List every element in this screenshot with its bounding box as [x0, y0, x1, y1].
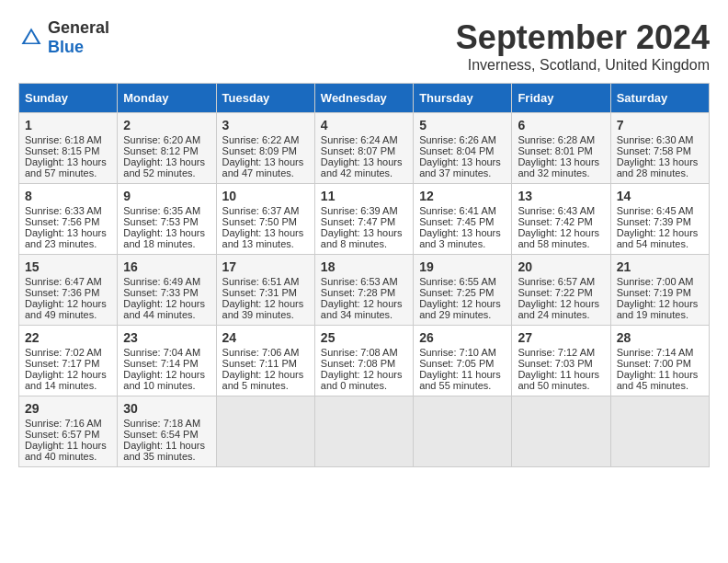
calendar-cell: 5Sunrise: 6:26 AMSunset: 8:04 PMDaylight… [414, 113, 512, 184]
cell-text: Sunset: 7:17 PM [25, 358, 111, 369]
cell-text: Sunset: 7:33 PM [123, 287, 210, 298]
calendar-cell: 1Sunrise: 6:18 AMSunset: 8:15 PMDaylight… [19, 113, 118, 184]
header-friday: Friday [512, 84, 610, 113]
day-number: 26 [419, 330, 506, 345]
calendar-cell: 2Sunrise: 6:20 AMSunset: 8:12 PMDaylight… [118, 113, 216, 184]
cell-text: Sunset: 7:08 PM [321, 358, 407, 369]
cell-text: and 29 minutes. [419, 309, 506, 320]
cell-text: Daylight: 12 hours [617, 298, 703, 309]
cell-text: Sunset: 7:39 PM [617, 216, 703, 227]
cell-text: and 24 minutes. [518, 309, 604, 320]
cell-text: and 58 minutes. [518, 238, 604, 249]
cell-text: and 52 minutes. [123, 167, 210, 178]
page-header: General Blue September 2024 Inverness, S… [18, 18, 710, 74]
cell-text: and 45 minutes. [617, 380, 703, 391]
day-number: 11 [321, 189, 407, 203]
cell-text: Daylight: 12 hours [518, 298, 604, 309]
cell-text: and 37 minutes. [419, 167, 506, 178]
cell-text: Sunset: 7:03 PM [518, 358, 604, 369]
calendar-cell: 9Sunrise: 6:35 AMSunset: 7:53 PMDaylight… [118, 184, 216, 255]
cell-text: and 3 minutes. [419, 238, 506, 249]
cell-text: and 49 minutes. [25, 309, 111, 320]
cell-text: Daylight: 13 hours [321, 156, 407, 167]
cell-text: Daylight: 12 hours [25, 369, 111, 380]
day-number: 23 [123, 330, 210, 345]
cell-text: Daylight: 13 hours [222, 227, 309, 238]
logo-blue: Blue [48, 38, 84, 56]
day-number: 4 [321, 118, 407, 132]
day-number: 25 [321, 330, 407, 345]
cell-text: Sunset: 7:50 PM [222, 216, 309, 227]
cell-text: Sunrise: 7:16 AM [25, 418, 111, 429]
calendar-cell: 19Sunrise: 6:55 AMSunset: 7:25 PMDayligh… [414, 255, 512, 326]
cell-text: Sunrise: 6:35 AM [123, 205, 210, 216]
calendar-cell [610, 396, 709, 467]
day-number: 21 [617, 259, 703, 274]
calendar-cell [314, 396, 413, 467]
cell-text: Daylight: 13 hours [123, 227, 210, 238]
cell-text: and 19 minutes. [617, 309, 703, 320]
calendar-cell: 22Sunrise: 7:02 AMSunset: 7:17 PMDayligh… [19, 326, 118, 396]
cell-text: Sunrise: 6:26 AM [419, 134, 506, 145]
cell-text: and 13 minutes. [222, 238, 309, 249]
cell-text: Sunset: 7:31 PM [222, 287, 309, 298]
cell-text: Sunrise: 7:10 AM [419, 347, 506, 358]
calendar-cell [414, 396, 512, 467]
cell-text: and 57 minutes. [25, 167, 111, 178]
cell-text: Sunrise: 6:24 AM [321, 134, 407, 145]
day-number: 2 [123, 118, 210, 132]
cell-text: Sunset: 7:53 PM [123, 216, 210, 227]
subtitle: Inverness, Scotland, United Kingdom [456, 57, 710, 74]
cell-text: Sunrise: 6:20 AM [123, 134, 210, 145]
cell-text: and 5 minutes. [222, 380, 309, 391]
cell-text: Daylight: 13 hours [123, 156, 210, 167]
logo-icon [18, 25, 44, 51]
day-number: 3 [222, 118, 309, 132]
day-number: 15 [25, 259, 111, 274]
cell-text: Daylight: 13 hours [25, 227, 111, 238]
cell-text: Sunset: 7:25 PM [419, 287, 506, 298]
cell-text: Daylight: 12 hours [25, 298, 111, 309]
cell-text: Daylight: 13 hours [518, 156, 604, 167]
cell-text: Daylight: 13 hours [321, 227, 407, 238]
day-number: 5 [419, 118, 506, 132]
cell-text: Daylight: 12 hours [419, 298, 506, 309]
cell-text: Sunset: 7:56 PM [25, 216, 111, 227]
calendar-cell: 10Sunrise: 6:37 AMSunset: 7:50 PMDayligh… [216, 184, 314, 255]
cell-text: Sunrise: 6:43 AM [518, 205, 604, 216]
cell-text: Daylight: 12 hours [321, 369, 407, 380]
logo: General Blue [18, 18, 109, 57]
cell-text: Daylight: 11 hours [419, 369, 506, 380]
cell-text: and 14 minutes. [25, 380, 111, 391]
cell-text: and 54 minutes. [617, 238, 703, 249]
header-saturday: Saturday [610, 84, 709, 113]
cell-text: Daylight: 12 hours [222, 298, 309, 309]
week-row-4: 22Sunrise: 7:02 AMSunset: 7:17 PMDayligh… [19, 326, 710, 396]
cell-text: Sunset: 7:47 PM [321, 216, 407, 227]
cell-text: and 32 minutes. [518, 167, 604, 178]
cell-text: and 44 minutes. [123, 309, 210, 320]
calendar-cell [216, 396, 314, 467]
cell-text: Sunrise: 6:41 AM [419, 205, 506, 216]
cell-text: and 47 minutes. [222, 167, 309, 178]
cell-text: Sunset: 8:01 PM [518, 145, 604, 156]
calendar-cell [512, 396, 610, 467]
calendar-cell: 26Sunrise: 7:10 AMSunset: 7:05 PMDayligh… [414, 326, 512, 396]
day-number: 28 [617, 330, 703, 345]
cell-text: Sunset: 7:36 PM [25, 287, 111, 298]
cell-text: Sunset: 7:28 PM [321, 287, 407, 298]
cell-text: Sunset: 7:58 PM [617, 145, 703, 156]
day-number: 30 [123, 401, 210, 416]
calendar-cell: 4Sunrise: 6:24 AMSunset: 8:07 PMDaylight… [314, 113, 413, 184]
header-thursday: Thursday [414, 84, 512, 113]
cell-text: Daylight: 11 hours [25, 440, 111, 451]
cell-text: Sunset: 7:19 PM [617, 287, 703, 298]
cell-text: Sunset: 7:14 PM [123, 358, 210, 369]
cell-text: Daylight: 11 hours [123, 440, 210, 451]
week-row-3: 15Sunrise: 6:47 AMSunset: 7:36 PMDayligh… [19, 255, 710, 326]
cell-text: Sunrise: 7:02 AM [25, 347, 111, 358]
day-number: 14 [617, 189, 703, 203]
cell-text: Sunrise: 7:00 AM [617, 276, 703, 287]
cell-text: Daylight: 13 hours [222, 156, 309, 167]
calendar-cell: 18Sunrise: 6:53 AMSunset: 7:28 PMDayligh… [314, 255, 413, 326]
